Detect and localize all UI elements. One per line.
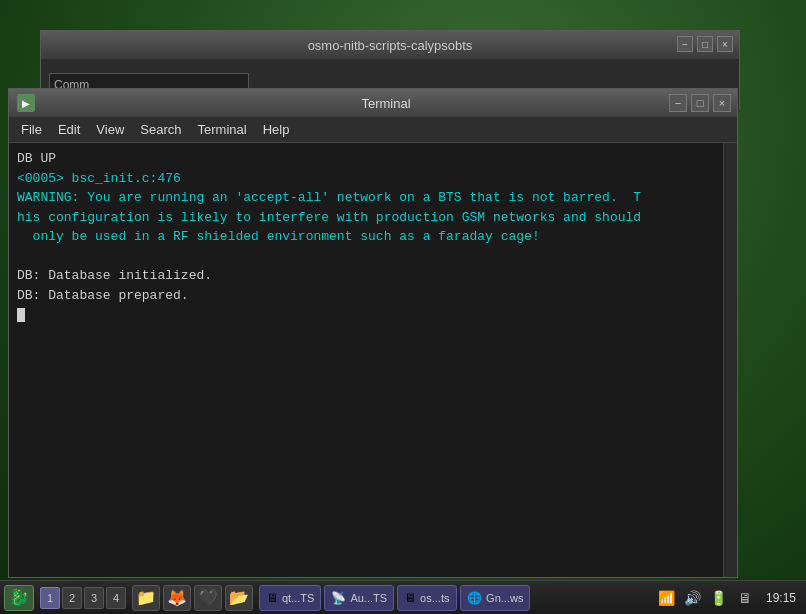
menu-search[interactable]: Search — [132, 117, 189, 142]
taskbar-workspaces: 1 2 3 4 — [40, 587, 126, 609]
term-line-3: his configuration is likely to interfere… — [17, 208, 715, 228]
tray-volume-icon[interactable]: 🔊 — [682, 587, 704, 609]
taskbar-app-firefox[interactable]: 🦊 — [163, 585, 191, 611]
taskbar-app-files2[interactable]: 📂 — [225, 585, 253, 611]
terminal-menubar: File Edit View Search Terminal Help — [9, 117, 737, 143]
workspace-2[interactable]: 2 — [62, 587, 82, 609]
taskbar: 🐉 1 2 3 4 📁 🦊 🖤 📂 🖥 qt...TS 📡 Au...TS 🖥 … — [0, 580, 806, 614]
start-icon: 🐉 — [9, 588, 29, 607]
workspace-4[interactable]: 4 — [106, 587, 126, 609]
task-qt-icon: 🖥 — [266, 591, 278, 605]
task-au-label: Au...TS — [350, 592, 387, 604]
taskbar-start-button[interactable]: 🐉 — [4, 585, 34, 611]
menu-help[interactable]: Help — [255, 117, 298, 142]
taskbar-task-gn[interactable]: 🌐 Gn...ws — [460, 585, 530, 611]
term-line-7: DB: Database prepared. — [17, 286, 715, 306]
bg-close-button[interactable]: × — [717, 36, 733, 52]
bg-window-titlebar: osmo-nitb-scripts-calypsobts − □ × — [41, 31, 739, 59]
bg-maximize-button[interactable]: □ — [697, 36, 713, 52]
taskbar-tray: 📶 🔊 🔋 🖥 19:15 — [656, 587, 802, 609]
taskbar-tasks: 🖥 qt...TS 📡 Au...TS 🖥 os...ts 🌐 Gn...ws — [259, 585, 654, 611]
taskbar-app-files[interactable]: 📁 — [132, 585, 160, 611]
term-line-1: <0005> bsc_init.c:476 — [17, 169, 715, 189]
term-line-5 — [17, 247, 715, 267]
term-line-0: DB UP — [17, 149, 715, 169]
terminal-minimize-button[interactable]: − — [669, 94, 687, 112]
menu-terminal[interactable]: Terminal — [190, 117, 255, 142]
menu-file[interactable]: File — [13, 117, 50, 142]
taskbar-task-qt[interactable]: 🖥 qt...TS — [259, 585, 321, 611]
menu-edit[interactable]: Edit — [50, 117, 88, 142]
task-os-label: os...ts — [420, 592, 449, 604]
task-gn-icon: 🌐 — [467, 591, 482, 605]
terminal-cursor — [17, 308, 25, 322]
terminal-window: ▶ Terminal − □ × File Edit View Search T… — [8, 88, 738, 578]
bg-minimize-button[interactable]: − — [677, 36, 693, 52]
taskbar-task-au[interactable]: 📡 Au...TS — [324, 585, 394, 611]
term-line-2: WARNING: You are running an 'accept-all'… — [17, 188, 715, 208]
taskbar-apps: 📁 🦊 🖤 📂 — [132, 585, 253, 611]
taskbar-app-terminal[interactable]: 🖤 — [194, 585, 222, 611]
terminal-scrollbar[interactable] — [723, 143, 737, 577]
term-line-6: DB: Database initialized. — [17, 266, 715, 286]
task-gn-label: Gn...ws — [486, 592, 523, 604]
bg-window-controls: − □ × — [677, 36, 733, 52]
terminal-close-button[interactable]: × — [713, 94, 731, 112]
terminal-title: Terminal — [43, 96, 729, 111]
tray-network-icon[interactable]: 📶 — [656, 587, 678, 609]
bg-window-title: osmo-nitb-scripts-calypsobts — [41, 38, 739, 53]
term-cursor-line — [17, 305, 715, 325]
taskbar-clock: 19:15 — [760, 591, 802, 605]
taskbar-task-os[interactable]: 🖥 os...ts — [397, 585, 457, 611]
terminal-titlebar: ▶ Terminal − □ × — [9, 89, 737, 117]
workspace-3[interactable]: 3 — [84, 587, 104, 609]
tray-battery-icon[interactable]: 🔋 — [708, 587, 730, 609]
workspace-1[interactable]: 1 — [40, 587, 60, 609]
terminal-icon: ▶ — [17, 94, 35, 112]
task-qt-label: qt...TS — [282, 592, 314, 604]
terminal-content[interactable]: DB UP <0005> bsc_init.c:476 WARNING: You… — [9, 143, 723, 577]
task-au-icon: 📡 — [331, 591, 346, 605]
menu-view[interactable]: View — [88, 117, 132, 142]
terminal-controls: − □ × — [669, 94, 731, 112]
term-line-4: only be used in a RF shielded environmen… — [17, 227, 715, 247]
tray-display-icon[interactable]: 🖥 — [734, 587, 756, 609]
terminal-maximize-button[interactable]: □ — [691, 94, 709, 112]
task-os-icon: 🖥 — [404, 591, 416, 605]
